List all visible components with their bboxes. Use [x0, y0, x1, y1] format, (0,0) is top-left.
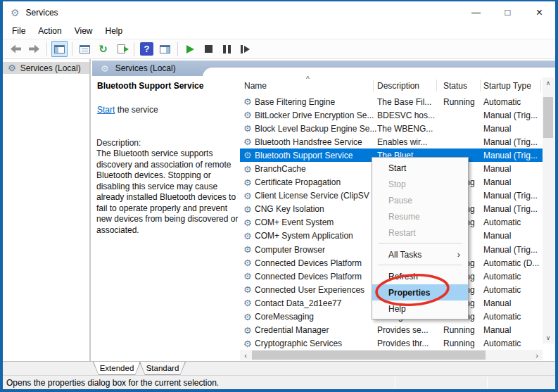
- menu-file[interactable]: File: [6, 25, 32, 37]
- service-status: Running: [443, 97, 483, 107]
- service-gear-icon: ⚙: [243, 218, 255, 227]
- description-label: Description:: [96, 138, 141, 148]
- service-name: Bluetooth Support Service: [255, 151, 377, 160]
- window-controls: — □ ×: [460, 1, 555, 23]
- menu-item-start[interactable]: Start: [372, 160, 468, 176]
- tab-standard[interactable]: Standard: [139, 362, 186, 375]
- menu-item-restart: Restart: [372, 225, 468, 241]
- column-header-status[interactable]: Status: [443, 81, 467, 91]
- stop-service-button[interactable]: [201, 41, 217, 57]
- window-border-left: [0, 0, 3, 392]
- menu-view[interactable]: View: [68, 25, 99, 37]
- service-row[interactable]: ⚙Credential ManagerProvides se...Running…: [240, 324, 543, 337]
- service-row[interactable]: ⚙Bluetooth Handsfree ServiceEnables wir.…: [240, 135, 543, 148]
- service-gear-icon: ⚙: [243, 272, 255, 281]
- horizontal-scrollbar-thumb[interactable]: [252, 350, 486, 360]
- refresh-button[interactable]: ↻: [95, 41, 111, 57]
- list-panel-rounded-corner: [203, 68, 555, 77]
- pause-service-button[interactable]: [219, 41, 235, 57]
- service-gear-icon: ⚙: [243, 258, 255, 267]
- column-header-startup-type[interactable]: Startup Type: [483, 81, 531, 91]
- service-row[interactable]: ⚙Cryptographic ServicesProvides thr...Ru…: [240, 337, 543, 350]
- service-gear-icon: ⚙: [243, 326, 255, 335]
- horizontal-scrollbar[interactable]: ‹ ›: [240, 350, 543, 360]
- menu-item-label: Restart: [388, 228, 416, 238]
- sort-ascending-icon: ^: [306, 75, 310, 83]
- status-bar-divider: [487, 377, 488, 388]
- restart-service-button[interactable]: [237, 41, 253, 57]
- column-divider[interactable]: [480, 80, 481, 91]
- service-name: Credential Manager: [255, 325, 377, 335]
- show-hide-action-pane-button[interactable]: [157, 41, 173, 57]
- minimize-button[interactable]: —: [460, 1, 492, 23]
- submenu-arrow-icon: ›: [457, 249, 460, 260]
- console-tree-pane: ⚙ Services (Local): [3, 59, 91, 361]
- column-header-name[interactable]: Name: [244, 81, 267, 91]
- status-bar: Opens the properties dialog box for the …: [3, 375, 555, 389]
- service-startup-type: Automatic: [483, 272, 543, 282]
- minimize-icon: —: [471, 7, 481, 18]
- service-startup-type: Manual: [483, 231, 543, 241]
- service-row[interactable]: ⚙BitLocker Drive Encryption Se...BDESVC …: [240, 108, 543, 122]
- service-gear-icon: ⚙: [243, 110, 255, 120]
- service-name: Cryptographic Services: [255, 339, 377, 348]
- service-name: Base Filtering Engine: [255, 97, 377, 107]
- show-hide-console-tree-button[interactable]: [51, 41, 68, 57]
- back-arrow-icon: [10, 44, 22, 53]
- column-divider[interactable]: [436, 80, 437, 91]
- help-button[interactable]: ?: [139, 41, 155, 57]
- service-row[interactable]: ⚙Block Level Backup Engine Se...The WBEN…: [240, 122, 543, 135]
- service-startup-type: Automatic: [483, 312, 543, 322]
- refresh-icon: ↻: [99, 44, 108, 54]
- start-service-button[interactable]: [182, 41, 198, 57]
- maximize-button[interactable]: □: [492, 1, 524, 23]
- service-row[interactable]: ⚙Base Filtering EngineThe Base Fil...Run…: [240, 95, 543, 108]
- service-name: COM+ Event System: [255, 217, 377, 227]
- service-name: CoreMessaging: [255, 312, 377, 322]
- column-divider[interactable]: [373, 80, 374, 91]
- close-button[interactable]: ×: [524, 1, 555, 23]
- menu-separator: [372, 241, 468, 246]
- help-icon: ?: [140, 42, 153, 56]
- service-description: Enables wir...: [377, 137, 443, 147]
- vertical-scrollbar-thumb[interactable]: [543, 97, 553, 138]
- tree-item-services-local[interactable]: ⚙ Services (Local): [3, 62, 89, 74]
- menu-action[interactable]: Action: [32, 25, 68, 37]
- service-gear-icon: ⚙: [243, 312, 255, 322]
- service-startup-type: Manual: [483, 124, 543, 134]
- back-button[interactable]: [8, 41, 24, 57]
- service-startup-type: Automatic: [483, 339, 543, 348]
- menu-item-help[interactable]: Help: [372, 301, 468, 317]
- tab-extended[interactable]: Extended: [93, 362, 141, 375]
- service-name: CNG Key Isolation: [255, 204, 377, 214]
- service-gear-icon: ⚙: [243, 339, 255, 348]
- service-description: Provides thr...: [377, 339, 443, 348]
- service-name: Block Level Backup Engine Se...: [255, 124, 377, 134]
- status-text: Opens the properties dialog box for the …: [6, 378, 219, 388]
- view-tab-strip: Extended Standard: [3, 361, 555, 375]
- menu-item-all-tasks[interactable]: All Tasks›: [372, 246, 468, 263]
- menu-item-refresh[interactable]: Refresh: [372, 268, 468, 284]
- vertical-scrollbar[interactable]: ∧ ∨: [543, 77, 554, 343]
- scroll-left-icon[interactable]: ‹: [240, 350, 251, 360]
- service-gear-icon: ⚙: [243, 151, 255, 160]
- scroll-down-icon[interactable]: ∨: [543, 332, 554, 343]
- scroll-up-icon[interactable]: ∧: [543, 77, 554, 89]
- column-divider[interactable]: [540, 80, 541, 91]
- service-name: Computer Browser: [255, 245, 377, 255]
- description-text: The Bluetooth service supports discovery…: [96, 148, 239, 236]
- scroll-right-icon[interactable]: ›: [531, 350, 543, 360]
- window-border-top: [0, 0, 558, 1]
- service-name: BranchCache: [255, 164, 377, 174]
- menu-item-properties[interactable]: Properties: [372, 284, 468, 301]
- forward-arrow-icon: [28, 44, 40, 53]
- start-service-link[interactable]: Start: [97, 105, 115, 115]
- menu-help[interactable]: Help: [99, 25, 129, 37]
- column-header-description[interactable]: Description: [377, 81, 419, 91]
- forward-button[interactable]: [26, 41, 42, 57]
- service-name: COM+ System Application: [255, 231, 377, 241]
- export-list-button[interactable]: [113, 41, 129, 57]
- properties-button[interactable]: [77, 41, 93, 57]
- service-startup-type: Manual (Trig...: [483, 151, 543, 160]
- menu-item-label: Resume: [388, 212, 420, 222]
